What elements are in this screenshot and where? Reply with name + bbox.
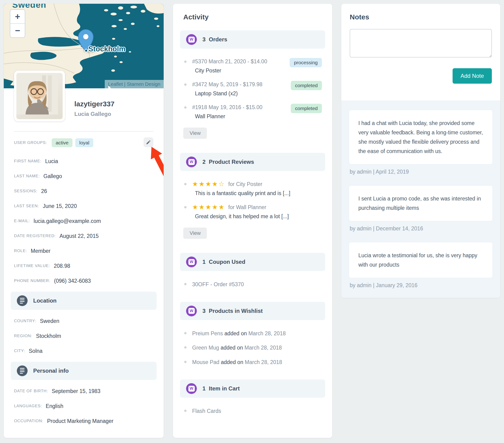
view-reviews-button[interactable]: View — [183, 228, 207, 239]
avatar — [14, 70, 65, 121]
cart-header: W 1 Item in Cart — [180, 379, 325, 398]
profile-card: Stockholm Sweden + − Leaflet | Stamen De… — [4, 4, 164, 438]
tag-loyal: loyal — [75, 138, 93, 147]
woocommerce-icon: W — [186, 306, 197, 316]
bullet-icon — [184, 409, 187, 412]
note-item: Lucia wrote a testimonial for us, she is… — [349, 242, 493, 278]
order-row: #5370 March 21, 2020 - $14.00 City Poste… — [184, 58, 322, 74]
notes-title: Notes — [350, 13, 492, 21]
orders-list: #5370 March 21, 2020 - $14.00 City Poste… — [184, 58, 322, 120]
reviews-list: ★★★★☆for City Poster This is a fantastic… — [184, 181, 322, 220]
note-item: I had a chat with Lucia today, she provi… — [349, 110, 493, 165]
cart-row: Flash Cards — [184, 408, 322, 414]
divider — [14, 131, 153, 132]
field-row: REGION:Stockholm — [14, 328, 153, 343]
coupons-list: 30OFF - Order #5370 — [184, 281, 322, 288]
note-item: I sent Lucia a promo code, as she was in… — [349, 185, 493, 221]
order-row: #3472 May 5, 2019 - $179.98 Laptop Stand… — [184, 81, 322, 97]
woocommerce-icon: W — [186, 256, 197, 267]
user-groups-row: USER GROUPS: active loyal — [14, 138, 153, 147]
bullet-icon — [184, 361, 187, 363]
bullet-icon — [184, 346, 187, 349]
edit-profile-button[interactable] — [144, 137, 153, 147]
add-note-button[interactable]: Add Note — [452, 68, 492, 84]
wishlist-row: Preium Pens added on March 28, 2018 — [184, 330, 322, 337]
bullet-icon — [184, 332, 187, 334]
bullet-icon — [184, 206, 187, 208]
status-badge: completed — [291, 104, 322, 113]
section-location: Location — [11, 291, 157, 310]
field-row: COUNTRY:Sweden — [14, 314, 153, 328]
map-attribution[interactable]: Leaflet | Stamen Design — [105, 80, 164, 88]
status-badge: processing — [290, 58, 322, 67]
wishlist-row: Mouse Pad added on March 28, 2018 — [184, 359, 322, 366]
woocommerce-icon: W — [186, 156, 197, 167]
list-icon — [17, 295, 28, 306]
pencil-icon — [146, 140, 151, 145]
activity-card: Activity W 3 Orders #5370 March 21, 2020… — [173, 4, 332, 438]
field-row: LAST SEEN:June 15, 2020 — [14, 199, 153, 214]
field-row: DATE REGISTERED:August 22, 2015 — [14, 228, 153, 243]
activity-title: Activity — [183, 13, 322, 21]
bullet-icon — [184, 183, 187, 185]
orders-header: W 3 Orders — [180, 30, 325, 49]
cart-list: Flash Cards — [184, 408, 322, 414]
woocommerce-icon: W — [186, 383, 197, 394]
bullet-icon — [184, 84, 187, 86]
field-row: E-MAIL:lucia.gallego@example.com — [14, 214, 153, 228]
review-row: ★★★★★for Wall Planner Great design, it h… — [184, 204, 322, 220]
section-personal-info: Personal info — [11, 362, 157, 380]
wishlist-header: W 3 Products in Wishlist — [180, 302, 325, 320]
user-groups-label: USER GROUPS: — [14, 140, 47, 145]
zoom-out-button[interactable]: − — [10, 23, 25, 37]
city-dot — [85, 50, 87, 52]
field-row: CITY:Solna — [14, 343, 153, 358]
profile-username: lazytiger337 — [74, 100, 115, 108]
bullet-icon — [184, 283, 187, 285]
wishlist-row: Green Mug added on March 28, 2018 — [184, 344, 322, 351]
note-meta: by admin | December 14, 2016 — [350, 225, 493, 232]
profile-fields: FIRST NAME:Lucia LAST NAME:Gallego SESSI… — [14, 154, 153, 428]
list-icon — [17, 365, 28, 376]
notes-list: I had a chat with Lucia today, she provi… — [341, 101, 500, 298]
note-input[interactable] — [350, 29, 492, 57]
bullet-icon — [184, 61, 187, 63]
notes-card: Notes Add Note I had a chat with Lucia t… — [341, 4, 500, 298]
field-row: LAST NAME:Gallego — [14, 169, 153, 184]
field-row: PHONE NUMBER:(096) 342-6083 — [14, 273, 153, 288]
view-orders-button[interactable]: View — [183, 128, 207, 139]
woocommerce-icon: W — [186, 34, 197, 45]
status-badge: completed — [291, 81, 322, 90]
field-row: FIRST NAME:Lucia — [14, 154, 153, 169]
star-rating-icon: ★★★★☆ — [192, 181, 225, 187]
tag-active: active — [52, 138, 72, 147]
profile-fullname: Lucia Gallego — [74, 111, 115, 117]
field-row: OCCUPATION:Product Marketing Manager — [14, 414, 153, 428]
bullet-icon — [184, 106, 187, 109]
profile-identity: lazytiger337 Lucia Gallego — [74, 100, 115, 117]
map-city-label: Stockholm — [88, 45, 125, 53]
field-row: ROLE:Member — [14, 243, 153, 258]
wishlist-list: Preium Pens added on March 28, 2018 Gree… — [184, 330, 322, 366]
avatar-photo — [16, 73, 58, 115]
field-row: LIFETIME VALUE:208.98 — [14, 258, 153, 273]
field-row: SESSIONS:26 — [14, 184, 153, 199]
map-country-label: Sweden — [12, 4, 46, 10]
coupons-header: W 1 Coupon Used — [180, 253, 325, 271]
review-row: ★★★★☆for City Poster This is a fantastic… — [184, 181, 322, 197]
note-meta: by admin | January 29, 2016 — [350, 282, 493, 289]
reviews-header: W 2 Product Reviews — [180, 153, 325, 171]
order-row: #1918 May 19, 2016 - $15.00 Wall Planner… — [184, 104, 322, 120]
coupon-row: 30OFF - Order #5370 — [184, 281, 322, 288]
map-zoom-control: + − — [10, 9, 25, 38]
star-rating-icon: ★★★★★ — [192, 204, 225, 210]
note-meta: by admin | April 12, 2019 — [350, 169, 493, 175]
field-row: DATE OF BIRTH:September 15, 1983 — [14, 384, 153, 399]
zoom-in-button[interactable]: + — [10, 10, 25, 23]
field-row: LANGUAGES:English — [14, 399, 153, 414]
